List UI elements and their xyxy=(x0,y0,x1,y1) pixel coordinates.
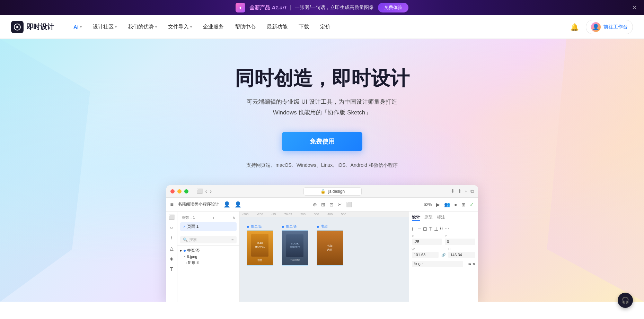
panel-h-field: H 146.34 xyxy=(448,248,475,258)
snap-icon[interactable]: ⊕ xyxy=(313,202,317,207)
flip-icons: ⇆ ⇅ xyxy=(468,261,475,267)
nav-item-ai[interactable]: Ai ▾ xyxy=(68,15,87,39)
user-workspace-button[interactable]: 👤 前往工作台 xyxy=(586,20,633,34)
grid-icon[interactable]: ⊞ xyxy=(461,202,466,207)
align-right-icon[interactable]: ⊡ xyxy=(423,226,427,232)
flip-h-icon[interactable]: ⇆ xyxy=(468,262,471,266)
tool-triangle-icon[interactable]: △ xyxy=(170,245,174,251)
banner-content: ♦ 全新产品 A1.art 一张图/一句话，立即生成高质量图像 免费体验 xyxy=(236,3,409,12)
tool-select-icon[interactable]: ⬜ xyxy=(169,214,175,220)
align-icon[interactable]: ⊞ xyxy=(321,202,325,207)
nav-item-enterprise[interactable]: 企业服务 xyxy=(197,15,229,39)
crop-icon[interactable]: ✂ xyxy=(338,202,342,207)
frame-label-1: ◆ 整页/是 xyxy=(247,224,273,229)
hero-subtitle-line1: 可云端编辑的专业级 UI 设计工具，为中国设计师量身打造 xyxy=(247,98,397,105)
canvas-frame-3[interactable]: 书架内容 xyxy=(317,230,343,266)
app-canvas[interactable]: -300 -200 -25 76.63 200 300 400 500 ◆ 整页… xyxy=(240,212,409,302)
frame-diamond-icon-3: ◆ xyxy=(317,225,319,229)
panel-rotation-input[interactable]: ↻ 0 ° xyxy=(412,261,463,267)
panel-y-input[interactable]: 0 xyxy=(445,239,475,245)
distribute-icon[interactable]: ⠿ xyxy=(440,226,443,232)
frame-icon[interactable]: ⬜ xyxy=(346,202,352,207)
nav-item-design-community[interactable]: 设计社区 ▾ xyxy=(87,15,122,39)
menu-icon[interactable]: ≡ xyxy=(170,201,174,208)
align-top-icon[interactable]: ⊤ xyxy=(429,226,433,232)
tool-text-icon[interactable]: T xyxy=(170,266,173,272)
ruler-mark-7: 400 xyxy=(327,213,333,216)
canvas-frame-group-2: ◆ 整页/否 BOOKCOVER 书籍介绍 xyxy=(282,224,308,266)
collab-icon[interactable]: 👥 xyxy=(444,202,450,207)
nav-item-import[interactable]: 文件导入 ▾ xyxy=(162,15,197,39)
nav-item-help[interactable]: 帮助中心 xyxy=(229,15,261,39)
tool-fill-icon[interactable]: ◈ xyxy=(170,256,174,261)
titlebar-action-share-icon[interactable]: ⬆ xyxy=(458,188,462,194)
nav-item-pricing[interactable]: 定价 xyxy=(315,15,336,39)
nav-back-arrow-icon[interactable]: ‹ xyxy=(205,188,207,195)
zoom-level[interactable]: 62% xyxy=(424,202,432,207)
hero-subtitle-line2: Windows 也能用的「协作版 Sketch」 xyxy=(273,109,371,116)
headphone-icon: 🎧 xyxy=(621,296,629,302)
nav-item-advantages[interactable]: 我们的优势 ▾ xyxy=(122,15,162,39)
nav-item-download[interactable]: 下载 xyxy=(293,15,315,39)
panel-x-input[interactable]: -25 xyxy=(412,239,442,245)
sidebar-page-item[interactable]: ✓ 页面 1 xyxy=(180,222,237,231)
titlebar-action-download-icon[interactable]: ⬇ xyxy=(451,188,455,194)
sidebar-layers: ▸ 整页/否 ▫ 6.jpeg □ 矩形 8 xyxy=(177,246,239,302)
tool-frame-icon[interactable]: ○ xyxy=(170,225,173,230)
frame-diamond-icon: ◆ xyxy=(247,225,249,229)
page-check-icon: ✓ xyxy=(183,225,186,229)
canvas-frame-1[interactable]: IRAKTRAVEL 书架 xyxy=(247,230,273,266)
panel-y-field: Y 0 xyxy=(445,234,475,245)
logo-icon xyxy=(11,21,24,33)
panel-tab-design[interactable]: 设计 xyxy=(412,214,420,221)
url-bar[interactable]: 🔒 js.design xyxy=(303,187,362,196)
hero-cta-button[interactable]: 免费使用 xyxy=(282,132,362,151)
panel-tab-annotate[interactable]: 标注 xyxy=(437,214,445,221)
lock-ratio-icon[interactable]: 🔗 xyxy=(441,248,445,258)
nav-pricing-label: 定价 xyxy=(320,24,330,30)
logo[interactable]: 即时设计 xyxy=(11,21,54,33)
panel-w-input[interactable]: 101.63 xyxy=(412,252,439,258)
preview-icon[interactable]: ▶ xyxy=(436,202,440,207)
page-name: 页面 1 xyxy=(187,224,199,230)
banner-cta-button[interactable]: 免费体验 xyxy=(378,3,408,12)
canvas-frame-2[interactable]: BOOKCOVER 书籍介绍 xyxy=(282,230,308,266)
layer-search-box[interactable]: 🔍 搜索 ≡ xyxy=(180,236,237,243)
nav-forward-arrow-icon[interactable]: › xyxy=(210,188,212,195)
notification-bell-icon[interactable]: 🔔 xyxy=(570,23,579,31)
align-left-icon[interactable]: ⊢ xyxy=(412,226,416,232)
nav-item-features[interactable]: 最新功能 xyxy=(261,15,293,39)
panel-tab-prototype[interactable]: 原型 xyxy=(424,214,433,221)
degree-icon: ° xyxy=(422,262,423,266)
tool-pen-icon[interactable]: / xyxy=(171,235,172,241)
layer-name-3: 矩形 8 xyxy=(188,260,199,265)
layer-item-1[interactable]: ▸ 整页/否 xyxy=(179,247,238,254)
window-close-dot[interactable] xyxy=(170,189,175,193)
window-minimize-dot[interactable] xyxy=(177,189,182,193)
hero-section: 同时创造，即时设计 可云端编辑的专业级 UI 设计工具，为中国设计师量身打造 W… xyxy=(0,39,644,302)
flip-v-icon[interactable]: ⇅ xyxy=(473,262,475,266)
app-content: ⬜ ○ / △ ◈ T 页数：1 + ∧ ✓ 页面 1 xyxy=(166,212,478,302)
titlebar-back-icon[interactable]: ⬜ xyxy=(197,188,203,195)
layer-item-2[interactable]: ▫ 6.jpeg xyxy=(179,254,238,259)
resize-icon[interactable]: ⊡ xyxy=(329,202,334,207)
ruler-mark-8: 500 xyxy=(341,213,346,216)
filter-icon[interactable]: ≡ xyxy=(231,238,233,242)
record-icon[interactable]: ● xyxy=(454,202,457,207)
nav-design-community-chevron: ▾ xyxy=(115,25,117,29)
more-icon[interactable]: ⋯ xyxy=(444,226,449,232)
layer-item-3[interactable]: □ 矩形 8 xyxy=(179,259,238,266)
check-icon[interactable]: ✓ xyxy=(470,202,474,207)
align-center-icon[interactable]: ⊣ xyxy=(417,226,422,232)
align-bottom-icon[interactable]: ⊥ xyxy=(434,226,438,232)
add-page-icon[interactable]: + xyxy=(212,216,214,220)
titlebar-action-add-icon[interactable]: + xyxy=(465,188,467,194)
banner-close-button[interactable]: ✕ xyxy=(632,4,637,11)
ruler-mark-6: 300 xyxy=(314,213,319,216)
titlebar-action-copy-icon[interactable]: ⧉ xyxy=(470,188,474,194)
hero-deco-right xyxy=(547,39,644,302)
window-maximize-dot[interactable] xyxy=(184,189,188,193)
collapse-icon[interactable]: ∧ xyxy=(232,215,235,220)
panel-h-input[interactable]: 146.34 xyxy=(448,252,475,258)
banner-product-icon: ♦ xyxy=(236,3,245,12)
